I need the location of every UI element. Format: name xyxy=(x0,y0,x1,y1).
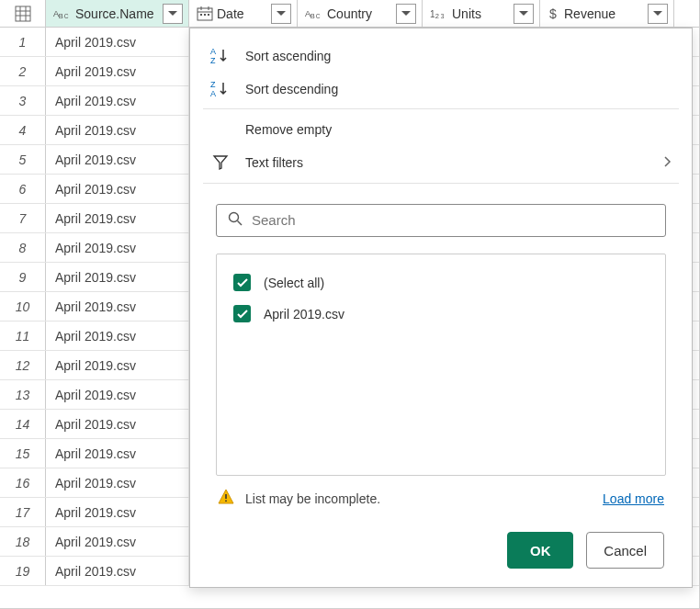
cell-source-name[interactable]: April 2019.csv xyxy=(46,351,189,379)
row-number: 15 xyxy=(0,439,46,468)
filter-panel: AZ Sort ascending ZA Sort descending Rem… xyxy=(189,28,693,588)
row-number: 9 xyxy=(0,263,46,291)
row-number: 17 xyxy=(0,498,46,526)
warning-icon xyxy=(218,489,234,508)
warning-text: List may be incomplete. xyxy=(245,491,380,506)
cell-source-name[interactable]: April 2019.csv xyxy=(46,380,189,409)
cell-source-name[interactable]: April 2019.csv xyxy=(46,116,189,144)
chevron-down-icon xyxy=(653,11,662,17)
svg-line-27 xyxy=(238,221,243,226)
row-number: 6 xyxy=(0,175,46,203)
row-number: 4 xyxy=(0,116,46,144)
column-header-units[interactable]: 123 Units xyxy=(423,0,540,27)
checkbox-checked-icon xyxy=(233,274,251,291)
svg-text:3: 3 xyxy=(441,13,445,19)
cell-source-name[interactable]: April 2019.csv xyxy=(46,410,189,438)
cell-source-name[interactable]: April 2019.csv xyxy=(46,175,189,203)
search-input[interactable] xyxy=(252,212,654,228)
filter-dropdown-button[interactable] xyxy=(271,4,291,24)
filter-dropdown-button[interactable] xyxy=(396,4,416,24)
column-header-country[interactable]: ABC Country xyxy=(298,0,423,27)
number-type-icon: 123 xyxy=(430,6,448,21)
column-header-date[interactable]: Date xyxy=(189,0,298,27)
row-number: 13 xyxy=(0,380,46,409)
svg-rect-14 xyxy=(208,14,209,16)
column-label: Source.Name xyxy=(75,6,159,21)
cell-source-name[interactable]: April 2019.csv xyxy=(46,557,189,585)
cell-source-name[interactable]: April 2019.csv xyxy=(46,468,189,497)
checkbox-checked-icon xyxy=(233,305,251,322)
svg-text:B: B xyxy=(59,12,63,20)
svg-rect-13 xyxy=(204,14,206,16)
svg-text:C: C xyxy=(316,13,321,19)
svg-text:Z: Z xyxy=(210,80,216,89)
row-number: 18 xyxy=(0,527,46,556)
text-type-icon: ABC xyxy=(305,6,323,21)
search-box[interactable] xyxy=(216,204,666,237)
row-number: 16 xyxy=(0,468,46,497)
remove-empty[interactable]: Remove empty xyxy=(190,113,692,146)
filter-value-checkbox[interactable]: April 2019.csv xyxy=(233,299,649,330)
column-header-revenue[interactable]: $ Revenue xyxy=(540,0,674,27)
filter-dropdown-button[interactable] xyxy=(163,4,183,24)
cancel-button[interactable]: Cancel xyxy=(586,532,664,569)
sort-desc-icon: ZA xyxy=(210,80,231,98)
sort-asc-icon: AZ xyxy=(210,47,231,65)
menu-label: Sort descending xyxy=(245,82,338,96)
filter-dropdown-button[interactable] xyxy=(648,4,668,24)
cell-source-name[interactable]: April 2019.csv xyxy=(46,292,189,321)
text-filters[interactable]: Text filters xyxy=(190,146,692,179)
svg-point-26 xyxy=(230,213,239,222)
row-number: 14 xyxy=(0,410,46,438)
chevron-right-icon xyxy=(664,155,672,170)
checkbox-label: (Select all) xyxy=(264,276,324,290)
table-corner[interactable] xyxy=(0,0,46,27)
svg-text:C: C xyxy=(64,13,69,19)
select-all-checkbox[interactable]: (Select all) xyxy=(233,267,649,299)
svg-text:Z: Z xyxy=(210,56,216,65)
cell-source-name[interactable]: April 2019.csv xyxy=(46,527,189,556)
checkbox-label: April 2019.csv xyxy=(264,307,344,321)
chevron-down-icon xyxy=(277,11,286,17)
svg-text:2: 2 xyxy=(435,12,439,20)
svg-text:B: B xyxy=(310,12,315,20)
sort-ascending[interactable]: AZ Sort ascending xyxy=(190,39,692,73)
filter-dropdown-button[interactable] xyxy=(514,4,534,24)
row-number: 7 xyxy=(0,204,46,232)
cell-source-name[interactable]: April 2019.csv xyxy=(46,321,189,350)
dialog-buttons: OK Cancel xyxy=(190,508,692,587)
row-number: 8 xyxy=(0,233,46,262)
cell-source-name[interactable]: April 2019.csv xyxy=(46,28,189,56)
sort-descending[interactable]: ZA Sort descending xyxy=(190,73,692,106)
incomplete-warning: List may be incomplete. Load more xyxy=(190,476,692,508)
text-type-icon: ABC xyxy=(53,6,72,21)
cell-source-name[interactable]: April 2019.csv xyxy=(46,263,189,291)
cell-source-name[interactable]: April 2019.csv xyxy=(46,57,189,85)
column-headers: ABC Source.Name Date ABC Country xyxy=(0,0,699,28)
svg-text:A: A xyxy=(210,89,216,98)
row-number: 12 xyxy=(0,351,46,379)
menu-separator xyxy=(203,183,679,184)
cell-source-name[interactable]: April 2019.csv xyxy=(46,233,189,262)
column-label: Revenue xyxy=(564,6,644,21)
currency-type-icon: $ xyxy=(548,6,560,21)
search-icon xyxy=(228,211,243,229)
cell-source-name[interactable]: April 2019.csv xyxy=(46,86,189,115)
cell-source-name[interactable]: April 2019.csv xyxy=(46,439,189,468)
cell-source-name[interactable]: April 2019.csv xyxy=(46,498,189,526)
funnel-icon xyxy=(210,154,231,171)
chevron-down-icon xyxy=(168,11,177,17)
ok-button[interactable]: OK xyxy=(507,532,573,569)
cell-source-name[interactable]: April 2019.csv xyxy=(46,204,189,232)
filter-values-list: (Select all) April 2019.csv xyxy=(216,254,666,476)
column-header-source-name[interactable]: ABC Source.Name xyxy=(46,0,189,27)
row-number: 1 xyxy=(0,28,46,56)
load-more-link[interactable]: Load more xyxy=(603,491,664,506)
chevron-down-icon xyxy=(519,11,528,17)
svg-rect-29 xyxy=(225,501,227,502)
column-label: Country xyxy=(327,6,392,21)
svg-rect-0 xyxy=(16,6,30,21)
cell-source-name[interactable]: April 2019.csv xyxy=(46,145,189,174)
column-label: Date xyxy=(217,6,267,21)
table-icon xyxy=(15,6,31,22)
